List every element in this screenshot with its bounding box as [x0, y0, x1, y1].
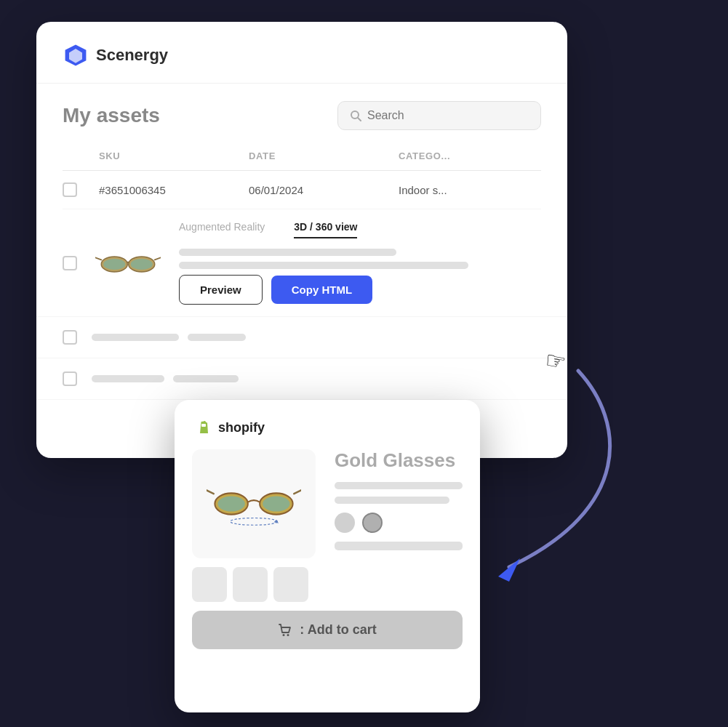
sku-value: #3651006345	[99, 184, 241, 196]
search-box[interactable]	[337, 101, 541, 130]
add-to-cart-button[interactable]: : Add to cart	[192, 611, 463, 649]
tab-augmented-reality[interactable]: Augmented Reality	[179, 221, 265, 238]
svg-point-19	[287, 634, 289, 636]
placeholder-bar-d	[173, 375, 239, 382]
shopify-product-sunglasses	[207, 475, 301, 533]
row-checkbox[interactable]	[63, 182, 77, 197]
svg-line-3	[358, 118, 361, 121]
svg-point-16	[263, 496, 289, 511]
placeholder-bar-b	[188, 334, 246, 341]
asset-row-checkbox[interactable]	[63, 256, 77, 270]
asset-row: Augmented Reality 3D / 360 view Preview …	[36, 209, 567, 317]
shopify-right: Gold Glasses	[335, 449, 463, 602]
svg-line-11	[207, 490, 214, 494]
product-viewer	[192, 449, 316, 558]
table-container: SKU DATE CATEGO... #3651006345 06/01/202…	[36, 142, 567, 209]
desc-skeleton-1	[335, 482, 463, 489]
table-header: SKU DATE CATEGO...	[63, 142, 541, 171]
svg-rect-10	[201, 424, 206, 427]
tab-3d-360[interactable]: 3D / 360 view	[294, 221, 357, 238]
svg-point-14	[217, 496, 244, 511]
asset-thumbnail	[92, 243, 164, 283]
sunglasses-thumbnail	[95, 246, 161, 279]
col-category-header: CATEGO...	[399, 150, 541, 161]
copy-html-button[interactable]: Copy HTML	[271, 276, 372, 304]
placeholder-row-1	[36, 317, 567, 358]
color-options	[335, 513, 463, 533]
asset-content: Augmented Reality 3D / 360 view Preview …	[179, 221, 541, 305]
logo-text: Scenergy	[96, 46, 168, 65]
svg-line-8	[95, 257, 101, 260]
shopify-left	[192, 449, 323, 602]
svg-point-5	[103, 259, 125, 270]
app-card: Scenergy My assets SKU DATE CATEGO... #3…	[36, 22, 567, 458]
svg-marker-20	[498, 558, 520, 582]
category-value: Indoor s...	[399, 184, 541, 196]
shopify-header: shopify	[192, 417, 463, 438]
placeholder-row-2	[36, 358, 567, 400]
placeholder-checkbox-1[interactable]	[63, 330, 77, 345]
color-option-1[interactable]	[335, 513, 355, 533]
shopify-content: Gold Glasses	[192, 449, 463, 602]
preview-button[interactable]: Preview	[179, 275, 263, 305]
svg-point-17	[231, 518, 278, 526]
thumb-1[interactable]	[192, 567, 227, 602]
svg-line-12	[294, 490, 301, 494]
app-header: Scenergy	[36, 22, 567, 84]
shopify-logo-icon	[192, 417, 212, 438]
desc-skeleton-2	[335, 497, 449, 504]
shopify-card: shopify	[175, 400, 480, 712]
skeleton-bar-2	[179, 262, 468, 269]
date-value: 06/01/2024	[249, 184, 391, 196]
tabs-row: Augmented Reality 3D / 360 view	[179, 221, 541, 238]
placeholder-bar-c	[92, 375, 164, 382]
page-header: My assets	[36, 84, 567, 142]
actions-row: Preview Copy HTML	[179, 275, 541, 305]
svg-line-9	[155, 257, 161, 260]
svg-point-7	[131, 259, 153, 270]
cart-icon	[278, 623, 292, 638]
thumb-2[interactable]	[233, 567, 268, 602]
thumb-3[interactable]	[273, 567, 308, 602]
col-checkbox-header	[63, 150, 92, 161]
page-title: My assets	[63, 104, 160, 127]
col-sku-header: SKU	[99, 150, 241, 161]
product-thumbnails	[192, 567, 323, 602]
add-to-cart-label: : Add to cart	[300, 622, 376, 638]
svg-point-18	[283, 634, 285, 636]
col-date-header: DATE	[249, 150, 391, 161]
skeleton-bar-1	[179, 249, 396, 256]
scenergy-logo-icon	[63, 42, 89, 68]
color-option-2[interactable]	[362, 513, 383, 533]
shopify-logo-text: shopify	[218, 420, 265, 435]
logo-area: Scenergy	[63, 42, 168, 68]
placeholder-bar-a	[92, 334, 179, 341]
search-input[interactable]	[367, 109, 529, 122]
placeholder-checkbox-2[interactable]	[63, 371, 77, 386]
table-row: #3651006345 06/01/2024 Indoor s...	[63, 171, 541, 209]
price-skeleton	[335, 542, 463, 550]
search-icon	[350, 110, 361, 121]
product-title: Gold Glasses	[335, 449, 463, 472]
